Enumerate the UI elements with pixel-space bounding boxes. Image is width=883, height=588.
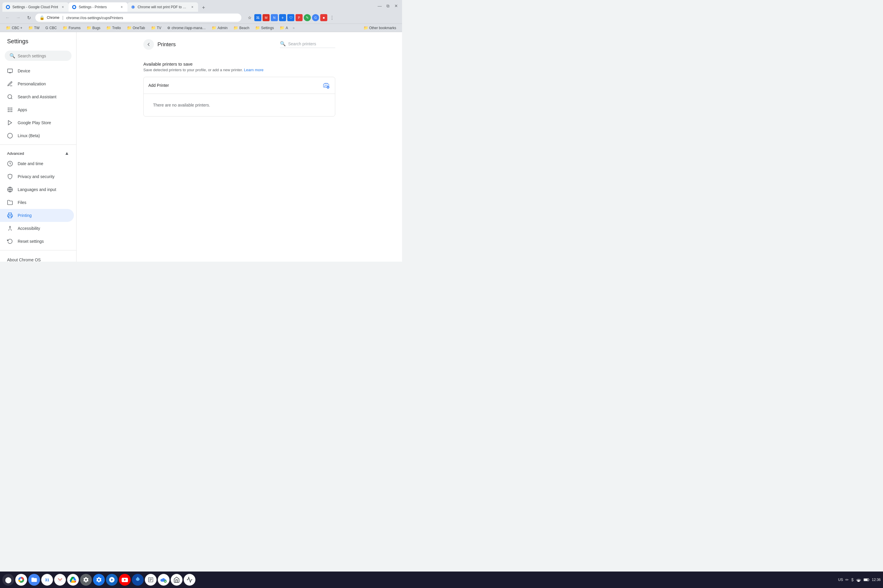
bookmark-onetab[interactable]: 📁 OneTab (124, 25, 147, 31)
personalization-icon (7, 81, 13, 87)
sidebar-item-files[interactable]: Files (0, 196, 74, 209)
ext-shield-icon[interactable]: 🛡 (287, 14, 294, 21)
bookmark-a[interactable]: 📁 A (277, 25, 290, 31)
folder-icon: 📁 (28, 26, 33, 30)
other-bookmarks[interactable]: 📁 Other bookmarks (361, 25, 399, 31)
tab3-title: Chrome will not print PDF to pro… (138, 5, 187, 9)
sidebar-item-languages[interactable]: Languages and input (0, 183, 74, 196)
bookmark-label: OneTab (133, 26, 145, 30)
available-printers-section: Available printers to save Save detected… (143, 62, 335, 117)
forward-nav-button[interactable]: → (14, 14, 22, 22)
ext-edit-icon[interactable]: ✎ (304, 14, 311, 21)
printers-search-input[interactable] (288, 42, 335, 46)
sidebar-item-google-play[interactable]: Google Play Store (0, 116, 74, 129)
close-button[interactable]: ✕ (393, 2, 400, 9)
google-play-label: Google Play Store (18, 120, 51, 125)
add-printer-button[interactable] (322, 81, 330, 90)
learn-more-link[interactable]: Learn more (244, 68, 264, 72)
menu-button[interactable]: ⋮ (328, 14, 336, 21)
sidebar-item-date[interactable]: Date and time (0, 157, 74, 170)
printing-label: Printing (18, 213, 31, 218)
advanced-nav: Date and time Privacy and security Langu… (0, 157, 76, 248)
ext-gmail-icon[interactable]: M (262, 14, 270, 21)
sidebar-item-search[interactable]: Search and Assistant (0, 90, 74, 103)
sidebar-item-accessibility[interactable]: Accessibility (0, 222, 74, 235)
tab2-icon (72, 5, 76, 9)
available-desc: Save detected printers to your profile, … (143, 68, 335, 72)
folder-icon: 📁 (363, 26, 368, 30)
advanced-section-header[interactable]: Advanced ▲ (0, 147, 76, 157)
svg-rect-13 (9, 111, 10, 112)
tab-chrome-pdf[interactable]: G Chrome will not print PDF to pro… × (127, 2, 198, 12)
bookmark-label: TW (34, 26, 40, 30)
ext-p-icon[interactable]: P (295, 14, 303, 21)
sidebar-item-device[interactable]: Device (0, 64, 74, 77)
ext-g-icon[interactable]: G (312, 14, 319, 21)
ext-red-icon[interactable]: ■ (320, 14, 327, 21)
settings-main: Printers 🔍 Available printers to save Sa… (76, 32, 402, 262)
available-desc-text: Save detected printers to your profile, … (143, 68, 243, 72)
svg-marker-15 (8, 121, 12, 125)
other-bookmarks-label: Other bookmarks (369, 26, 396, 30)
tab2-close[interactable]: × (119, 5, 124, 9)
folder-nav-icon (7, 200, 13, 206)
tab1-close[interactable]: × (60, 5, 65, 9)
minimize-button[interactable]: — (376, 2, 383, 9)
bookmark-cbc[interactable]: G CBC (43, 25, 59, 31)
back-button[interactable] (143, 39, 154, 50)
bookmark-settings[interactable]: 📁 Settings (253, 25, 276, 31)
maximize-button[interactable]: ⧉ (384, 2, 391, 9)
bookmark-bugs[interactable]: 📁 Bugs (84, 25, 103, 31)
printers-title: Printers (157, 42, 276, 48)
settings-title: Settings (0, 32, 76, 51)
bookmark-tv[interactable]: 📁 TV (148, 25, 163, 31)
bookmark-cbc-plus[interactable]: 📁 CBC + (3, 25, 25, 31)
bookmark-tw[interactable]: 📁 TW (26, 25, 42, 31)
printers-search[interactable]: 🔍 (280, 41, 335, 48)
star-icon[interactable]: ☆ (246, 14, 253, 21)
tab-settings-printers[interactable]: Settings - Printers × (69, 2, 127, 12)
ext-news-icon[interactable]: N (271, 14, 278, 21)
ext-calendar-icon[interactable]: 31 (254, 14, 261, 21)
bookmark-label: Trello (112, 26, 121, 30)
bookmark-label: Beach (239, 26, 249, 30)
files-label: Files (18, 200, 27, 205)
new-tab-button[interactable]: + (199, 3, 207, 12)
bookmark-trello[interactable]: 📁 Trello (104, 25, 123, 31)
bookmark-label: Settings (261, 26, 274, 30)
address-bar[interactable]: 🔒 Chrome | chrome://os-settings/cupsPrin… (35, 14, 241, 22)
add-printer-row: Add Printer (144, 77, 335, 94)
svg-rect-14 (11, 111, 12, 112)
svg-rect-4 (7, 69, 13, 72)
bookmark-label: chrome://app-mana… (172, 26, 206, 30)
bookmark-admin[interactable]: 📁 Admin (209, 25, 230, 31)
sidebar-item-reset[interactable]: Reset settings (0, 235, 74, 248)
printers-search-icon: 🔍 (280, 41, 286, 46)
no-printers-message: There are no available printers. (148, 98, 215, 112)
search-nav-icon (7, 94, 13, 100)
reload-button[interactable]: ↻ (25, 14, 33, 22)
sidebar-item-printing[interactable]: Printing (0, 209, 74, 222)
settings-search-input[interactable] (18, 54, 67, 58)
bookmark-label: CBC (49, 26, 57, 30)
sidebar-divider-2 (0, 250, 76, 250)
tab-settings-cloud-print[interactable]: Settings - Google Cloud Print × (2, 2, 69, 12)
folder-icon: 📁 (151, 26, 156, 30)
sidebar-item-personalization[interactable]: Personalization (0, 77, 74, 90)
sidebar-item-apps[interactable]: Apps (0, 103, 74, 116)
svg-rect-12 (8, 111, 9, 112)
folder-icon: 📁 (234, 26, 238, 30)
bookmark-forums[interactable]: 📁 Forums (60, 25, 83, 31)
sidebar-divider (0, 144, 76, 145)
svg-point-5 (8, 95, 12, 99)
bookmark-appmanager[interactable]: ⚙ chrome://app-mana… (165, 25, 208, 31)
sidebar-item-privacy[interactable]: Privacy and security (0, 170, 74, 183)
back-nav-button[interactable]: ← (3, 14, 12, 22)
ext-plus-icon[interactable]: + (279, 14, 286, 21)
linux-icon (7, 133, 13, 139)
tab3-close[interactable]: × (190, 5, 195, 9)
sidebar-item-linux[interactable]: Linux (Beta) (0, 129, 74, 142)
languages-label: Languages and input (18, 187, 56, 192)
sidebar-about[interactable]: About Chrome OS (0, 253, 76, 262)
bookmark-beach[interactable]: 📁 Beach (231, 25, 252, 31)
